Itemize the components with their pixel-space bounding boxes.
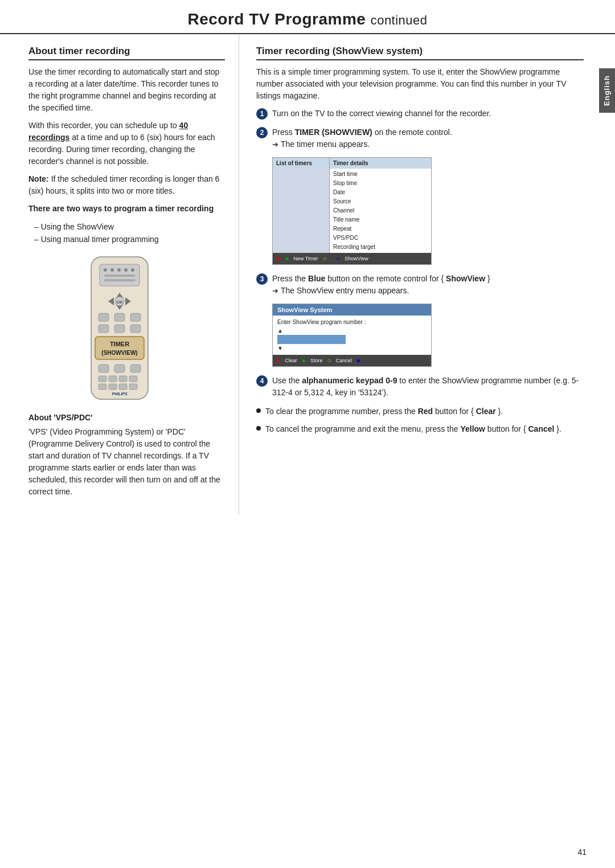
svg-point-6 xyxy=(131,268,134,272)
menu-header: List of timers Timer details xyxy=(273,158,431,169)
sv-input-box xyxy=(277,335,346,344)
svg-text:OK: OK xyxy=(116,300,123,305)
menu-body: Start time Stop time Date Source Channel… xyxy=(273,169,431,253)
svg-rect-33 xyxy=(119,384,127,390)
menu-item: Date xyxy=(333,188,428,197)
step-2-content: Press TIMER (SHOWVIEW) on the remote con… xyxy=(272,126,584,150)
svg-rect-8 xyxy=(104,279,136,281)
menu-list-left xyxy=(273,169,330,253)
para2: With this recorder, you can schedule up … xyxy=(28,120,225,167)
step-4-num: 4 xyxy=(256,375,268,387)
page-title: Record TV Programme continued xyxy=(34,10,581,28)
svg-point-2 xyxy=(104,268,107,272)
svg-point-3 xyxy=(110,268,114,272)
green-dot: ● xyxy=(302,357,306,365)
about-vps-title: About 'VPS/PDC' xyxy=(28,412,225,424)
svg-rect-20 xyxy=(130,325,141,333)
bullet-2-content: To cancel the programme and exit the men… xyxy=(265,423,584,435)
right-column: Timer recording (ShowView system) This i… xyxy=(239,34,615,515)
page-header: Record TV Programme continued xyxy=(0,0,615,34)
down-arrow: ▼ xyxy=(277,345,427,351)
menu-item: Channel xyxy=(333,206,428,215)
svg-rect-25 xyxy=(114,365,125,372)
svg-rect-19 xyxy=(114,325,125,333)
step-1-content: Turn on the TV to the correct viewing ch… xyxy=(272,108,584,120)
bullet-2: To cancel the programme and exit the men… xyxy=(256,423,584,435)
red-dot: ● xyxy=(276,255,280,263)
store-label: Store xyxy=(310,358,323,363)
step-4-content: Use the alphanumeric keypad 0-9 to enter… xyxy=(272,375,584,399)
svg-rect-15 xyxy=(99,313,109,321)
menu-item: Source xyxy=(333,197,428,206)
timer-menu-screenshot: List of timers Timer details Start time … xyxy=(272,157,432,265)
yellow-dot: ○ xyxy=(323,255,327,263)
svg-rect-26 xyxy=(130,365,141,372)
menu-item: VPS/PDC xyxy=(333,234,428,243)
menu-item: Recording target xyxy=(333,243,428,252)
svg-rect-32 xyxy=(109,384,117,390)
svg-rect-31 xyxy=(99,384,106,390)
svg-rect-24 xyxy=(99,365,109,372)
two-ways-list: Using the ShowView Using manual timer pr… xyxy=(34,220,225,246)
step-2: 2 Press TIMER (SHOWVIEW) on the remote c… xyxy=(256,126,584,150)
two-ways-title: There are two ways to program a timer re… xyxy=(28,203,225,215)
sv-header: ShowView System xyxy=(273,304,431,316)
menu-item: Repeat xyxy=(333,224,428,234)
step-3-num: 3 xyxy=(256,273,268,285)
clear-label: Clear xyxy=(285,358,297,363)
intro-text: This is a simple timer programming syste… xyxy=(256,66,584,102)
svg-text:TIMER: TIMER xyxy=(110,341,129,347)
yellow-dot: ○ xyxy=(327,357,331,365)
svg-rect-29 xyxy=(119,376,127,382)
svg-rect-7 xyxy=(104,275,136,277)
svg-rect-28 xyxy=(109,376,117,382)
bullet-1-content: To clear the programme number, press the… xyxy=(265,406,584,417)
menu-item: Stop time xyxy=(333,179,428,188)
page-number: 41 xyxy=(577,847,587,857)
menu-footer: ● ● New Timer ○ ○ ShowView xyxy=(273,253,431,264)
sv-body: Enter ShowView program number : ▲ ▼ xyxy=(273,316,431,355)
svg-rect-27 xyxy=(99,376,106,382)
about-vps-text: 'VPS' (Video Programming System) or 'PDC… xyxy=(28,426,225,498)
sv-input-label: Enter ShowView program number : xyxy=(277,319,427,325)
showview-label: ShowView xyxy=(345,256,368,261)
svg-rect-30 xyxy=(129,376,137,382)
sv-footer: ● Clear ● Store ○ Cancel ● xyxy=(273,355,431,366)
language-tab: English xyxy=(599,68,615,113)
step-3-content: Press the Blue button on the remote cont… xyxy=(272,273,584,297)
remote-illustration: OK TIMER (SHOWVIEW) xyxy=(83,254,171,404)
new-timer-label: New Timer xyxy=(294,256,318,261)
menu-item: Start time xyxy=(333,170,428,179)
remote-svg: OK TIMER (SHOWVIEW) xyxy=(83,254,157,402)
left-column: About timer recording Use the timer reco… xyxy=(0,34,239,515)
bullet-dot xyxy=(256,426,261,431)
about-timer-title: About timer recording xyxy=(28,46,225,60)
step-1-num: 1 xyxy=(256,108,268,120)
sv-arrows: ▲ xyxy=(277,327,427,334)
menu-item: Title name xyxy=(333,215,428,224)
bullet-dot xyxy=(256,408,261,413)
svg-rect-16 xyxy=(114,313,125,321)
menu-list-right: Start time Stop time Date Source Channel… xyxy=(330,169,431,253)
svg-rect-17 xyxy=(130,313,141,321)
red-dot: ● xyxy=(276,357,280,365)
showview-screenshot: ShowView System Enter ShowView program n… xyxy=(272,304,432,367)
about-vps-section: About 'VPS/PDC' 'VPS' (Video Programming… xyxy=(28,412,225,498)
svg-text:PHILIPS: PHILIPS xyxy=(112,392,128,396)
step-3: 3 Press the Blue button on the remote co… xyxy=(256,273,584,297)
blue-dot: ● xyxy=(356,357,360,365)
svg-rect-18 xyxy=(99,325,109,333)
note-para: Note: If the scheduled timer recording i… xyxy=(28,173,225,197)
menu-col-left-header: List of timers xyxy=(273,158,330,169)
list-item: Using manual timer programming xyxy=(34,233,225,245)
step-1: 1 Turn on the TV to the correct viewing … xyxy=(256,108,584,120)
list-item: Using the ShowView xyxy=(34,220,225,233)
green-dot: ● xyxy=(285,255,289,263)
step-4: 4 Use the alphanumeric keypad 0-9 to ent… xyxy=(256,375,584,399)
svg-rect-34 xyxy=(129,384,137,390)
menu-col-right-header: Timer details xyxy=(330,158,431,169)
svg-text:(SHOWVIEW): (SHOWVIEW) xyxy=(101,350,137,356)
up-arrow: ▲ xyxy=(277,327,283,334)
blue-dot: ○ xyxy=(336,255,340,263)
svg-rect-21 xyxy=(95,337,144,359)
